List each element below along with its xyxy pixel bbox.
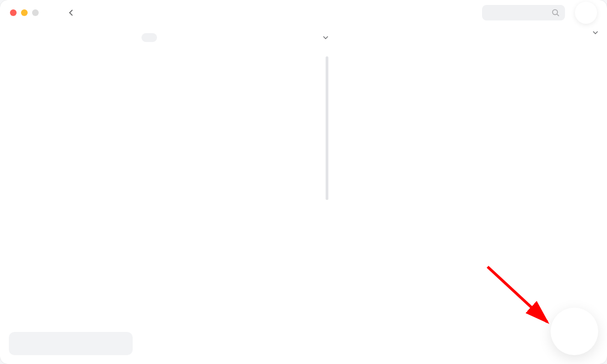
chevron-down-icon	[323, 36, 328, 39]
clean-button[interactable]	[551, 308, 598, 355]
minimize-window-button[interactable]	[21, 9, 28, 16]
help-button[interactable]	[575, 2, 597, 24]
sidebar	[9, 25, 133, 355]
svg-point-0	[553, 10, 558, 15]
back-button[interactable]	[69, 9, 75, 16]
chevron-down-icon	[593, 31, 598, 34]
select-all-button[interactable]	[142, 33, 157, 42]
traffic-lights	[10, 9, 39, 16]
close-window-button[interactable]	[10, 9, 17, 16]
app-window	[0, 0, 607, 364]
search-input[interactable]	[482, 5, 565, 20]
detail-panel	[328, 25, 598, 355]
chevron-left-icon	[69, 9, 73, 16]
zoom-window-button[interactable]	[32, 9, 39, 16]
sort-by-dropdown[interactable]	[321, 36, 328, 39]
detail-sort-by-dropdown[interactable]	[590, 31, 598, 34]
titlebar	[0, 0, 607, 25]
search-icon	[552, 9, 559, 17]
svg-line-1	[557, 14, 559, 17]
sidebar-user[interactable]	[9, 332, 133, 355]
category-panel	[133, 25, 328, 355]
